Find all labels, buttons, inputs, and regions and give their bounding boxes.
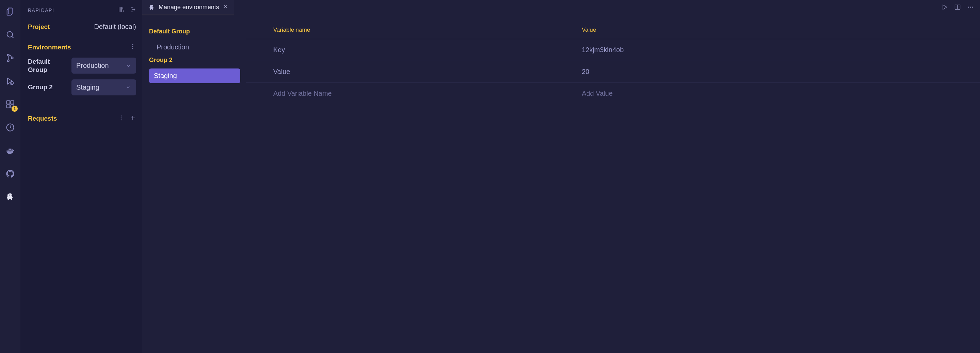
add-request-icon[interactable] <box>129 115 136 123</box>
env-select-1[interactable]: Staging <box>72 79 136 96</box>
svg-rect-5 <box>7 101 10 104</box>
svg-point-1 <box>7 54 9 56</box>
search-icon[interactable] <box>2 27 18 43</box>
project-label: Project <box>28 23 50 31</box>
svg-point-11 <box>132 46 134 47</box>
files-icon[interactable] <box>2 3 18 20</box>
environments-label: Environments <box>28 44 71 51</box>
github-icon[interactable] <box>2 166 18 182</box>
env-select-0[interactable]: Production <box>72 58 136 73</box>
env-group-label-0: Default Group <box>149 28 240 35</box>
svg-point-10 <box>132 44 134 45</box>
env-item-production[interactable]: Production <box>152 40 240 54</box>
exit-icon[interactable] <box>129 6 136 14</box>
var-name-1[interactable]: Value <box>246 61 576 83</box>
svg-rect-6 <box>7 105 10 108</box>
col-header-name: Variable name <box>246 16 576 39</box>
extensions-badge: 1 <box>11 105 18 112</box>
octopus-icon <box>148 4 155 11</box>
var-value-0[interactable]: 12kjm3kln4ob <box>576 39 980 61</box>
svg-point-17 <box>968 6 969 8</box>
source-control-icon[interactable] <box>2 50 18 66</box>
run-debug-icon[interactable] <box>2 73 18 89</box>
docker-icon[interactable] <box>2 142 18 159</box>
svg-point-14 <box>121 117 122 118</box>
library-icon[interactable] <box>118 6 124 14</box>
col-header-value: Value <box>576 16 980 39</box>
project-value[interactable]: Default (local) <box>94 23 136 31</box>
svg-point-13 <box>121 115 122 116</box>
svg-point-15 <box>121 119 122 120</box>
svg-point-18 <box>970 6 971 8</box>
environments-more-icon[interactable] <box>129 43 136 51</box>
variables-table: Variable name Value Key 12kjm3kln4ob Val… <box>246 16 980 104</box>
var-name-0[interactable]: Key <box>246 39 576 61</box>
var-value-1[interactable]: 20 <box>576 61 980 83</box>
table-row[interactable]: Key 12kjm3kln4ob <box>246 39 980 61</box>
split-editor-icon[interactable] <box>954 4 961 12</box>
tab-title: Manage environments <box>159 4 219 11</box>
env-group-name-0: Default Group <box>28 58 68 74</box>
env-item-staging[interactable]: Staging <box>149 69 240 83</box>
svg-rect-8 <box>11 101 14 104</box>
chevron-down-icon <box>125 84 131 90</box>
env-group-label-1: Group 2 <box>149 57 240 64</box>
environment-list: Default Group Production Group 2 Staging <box>142 16 246 353</box>
svg-point-12 <box>132 48 134 49</box>
variables-panel: Variable name Value Key 12kjm3kln4ob Val… <box>246 16 980 353</box>
requests-label: Requests <box>28 115 57 122</box>
tab-close-icon[interactable] <box>223 4 228 11</box>
svg-point-19 <box>972 6 973 8</box>
extensions-icon[interactable]: 1 <box>2 96 18 112</box>
run-icon[interactable] <box>941 4 948 12</box>
more-actions-icon[interactable] <box>967 4 974 12</box>
activity-bar: 1 <box>0 0 21 353</box>
svg-point-2 <box>7 60 9 61</box>
add-var-name[interactable]: Add Variable Name <box>246 83 576 105</box>
sidebar-title: RAPIDAPI <box>28 8 54 13</box>
sidebar-panel: RAPIDAPI Project Default (local) Environ… <box>21 0 142 353</box>
env-select-1-value: Staging <box>76 83 99 91</box>
table-row[interactable]: Value 20 <box>246 61 980 83</box>
tab-manage-environments[interactable]: Manage environments <box>142 0 234 15</box>
editor-area: Manage environments Default Group Produc… <box>142 0 980 353</box>
svg-point-0 <box>7 32 13 37</box>
table-row-add[interactable]: Add Variable Name Add Value <box>246 83 980 105</box>
env-select-0-value: Production <box>76 62 109 70</box>
tab-bar: Manage environments <box>142 0 980 16</box>
svg-point-3 <box>11 57 13 59</box>
env-group-name-1: Group 2 <box>28 83 68 91</box>
add-var-value[interactable]: Add Value <box>576 83 980 105</box>
chevron-down-icon <box>125 63 131 69</box>
rapidapi-icon[interactable] <box>2 189 18 205</box>
requests-more-icon[interactable] <box>118 115 124 123</box>
timeline-icon[interactable] <box>2 119 18 136</box>
